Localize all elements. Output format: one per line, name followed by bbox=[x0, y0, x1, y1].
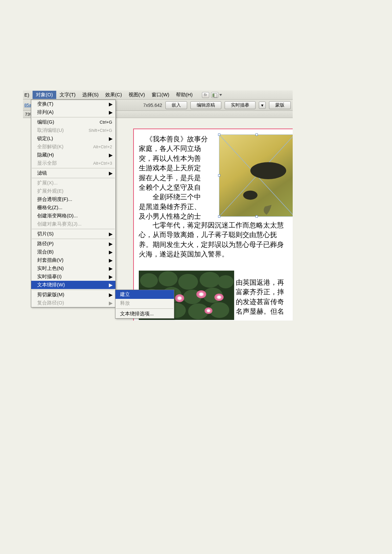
selection-handle-icon[interactable] bbox=[218, 133, 220, 136]
selection-handle-icon[interactable] bbox=[218, 215, 220, 218]
menu-separator bbox=[32, 229, 115, 229]
live-trace-dropdown-icon[interactable]: ▾ bbox=[259, 102, 266, 109]
menu-expand: 扩展(X)... bbox=[31, 179, 115, 187]
object-menu-dropdown: 变换(T)▶ 排列(A)▶ 编组(G)Ctrl+G 取消编组(U)Shift+C… bbox=[31, 100, 116, 307]
menu-mosaic: 创建对象马赛克(J)... bbox=[31, 220, 115, 228]
chevron-down-icon[interactable] bbox=[219, 94, 222, 96]
menu-separator bbox=[32, 290, 115, 290]
menu-item-type[interactable]: 文字(T) bbox=[56, 91, 79, 99]
menu-separator bbox=[32, 117, 115, 117]
menu-separator bbox=[32, 168, 115, 168]
menu-separator bbox=[32, 239, 115, 239]
app-window: E) 对象(O) 文字(T) 选择(S) 效果(C) 视图(V) 窗口(W) 帮… bbox=[23, 90, 293, 321]
menu-ungroup: 取消编组(U)Shift+Ctrl+G bbox=[31, 126, 115, 134]
menu-clipping-mask[interactable]: 剪切蒙版(M)▶ bbox=[31, 291, 115, 299]
menu-arrange[interactable]: 排列(A)▶ bbox=[31, 108, 115, 116]
text-frame-3: 由英国返港，再 富豪齐乔正，摔 的发迹甚富传奇 名声显赫。但名 bbox=[236, 278, 292, 317]
menu-lock[interactable]: 锁定(L)▶ bbox=[31, 134, 115, 143]
menu-gradient-mesh[interactable]: 创建渐变网格(D)... bbox=[31, 212, 115, 220]
menu-item-window[interactable]: 窗口(W) bbox=[148, 91, 173, 99]
bridge-icon[interactable]: Br bbox=[202, 92, 209, 98]
menu-group[interactable]: 编组(G)Ctrl+G bbox=[31, 118, 115, 126]
menu-item-view[interactable]: 视图(V) bbox=[125, 91, 148, 99]
menu-separator bbox=[116, 308, 173, 309]
menu-text-wrap[interactable]: 文本绕排(W)▶ bbox=[31, 281, 115, 289]
svg-point-3 bbox=[243, 191, 257, 200]
svg-point-2 bbox=[250, 162, 286, 179]
menu-item-effect[interactable]: 效果(C) bbox=[102, 91, 125, 99]
text-wrap-submenu: 建立 释放 文本绕排选项... bbox=[115, 290, 174, 319]
text-frame-1: 《我本善良》故事分 家庭，各人不同立场 突，再以人性本为善 生游戏本是上天所定 … bbox=[139, 134, 214, 222]
submenu-release: 释放 bbox=[115, 299, 174, 308]
menu-item-help[interactable]: 帮助(H) bbox=[173, 91, 196, 99]
menu-unlock-all: 全部解锁(K)Alt+Ctrl+2 bbox=[31, 143, 115, 151]
mask-button[interactable]: 蒙版 bbox=[269, 101, 291, 109]
menu-path[interactable]: 路径(P)▶ bbox=[31, 240, 115, 248]
menu-expand-appearance: 扩展外观(E) bbox=[31, 187, 115, 195]
text-frame-2: 七零年代，蒋定邦因沉迷工作而忽略太太慧心，从而导致离婚，儿子蒋子聪则交由慧心抚养… bbox=[139, 221, 290, 259]
menu-item-truncated[interactable]: E) bbox=[24, 91, 33, 99]
menu-blend[interactable]: 混合(B)▶ bbox=[31, 248, 115, 256]
submenu-make[interactable]: 建立 bbox=[115, 290, 174, 299]
menu-transform[interactable]: 变换(T)▶ bbox=[31, 100, 115, 108]
menu-item-select[interactable]: 选择(S) bbox=[79, 91, 102, 99]
menu-filter[interactable]: 滤镜▶ bbox=[31, 169, 115, 177]
menu-item-object[interactable]: 对象(O) bbox=[33, 91, 56, 99]
menu-rasterize[interactable]: 栅格化(Z)... bbox=[31, 204, 115, 212]
arrange-docs-icon[interactable] bbox=[211, 92, 218, 98]
menu-envelope-distort[interactable]: 封套扭曲(V)▶ bbox=[31, 256, 115, 264]
selection-handle-icon[interactable] bbox=[256, 133, 258, 136]
live-trace-button[interactable]: 实时描摹 bbox=[225, 101, 256, 109]
menu-hide[interactable]: 隐藏(H)▶ bbox=[31, 151, 115, 159]
selection-handle-icon[interactable] bbox=[218, 174, 220, 177]
menu-slice[interactable]: 切片(S)▶ bbox=[31, 230, 115, 238]
coord-readout: 7x95.642 bbox=[143, 103, 162, 108]
selected-placed-image[interactable] bbox=[219, 134, 293, 217]
menu-compound-path: 复合路径(O)▶ bbox=[31, 299, 115, 307]
edit-original-button[interactable]: 编辑原稿 bbox=[190, 101, 221, 109]
menubar: E) 对象(O) 文字(T) 选择(S) 效果(C) 视图(V) 窗口(W) 帮… bbox=[23, 90, 293, 100]
embed-button[interactable]: 嵌入 bbox=[165, 101, 187, 109]
submenu-options[interactable]: 文本绕排选项... bbox=[115, 309, 174, 318]
selection-handle-icon[interactable] bbox=[256, 215, 258, 218]
menu-separator bbox=[32, 178, 115, 178]
menu-show-all: 显示全部Alt+Ctrl+3 bbox=[31, 159, 115, 167]
menu-live-paint[interactable]: 实时上色(N)▶ bbox=[31, 264, 115, 273]
menu-flatten-transparency[interactable]: 拼合透明度(F)... bbox=[31, 195, 115, 204]
menu-live-trace[interactable]: 实时描摹(I)▶ bbox=[31, 273, 115, 281]
